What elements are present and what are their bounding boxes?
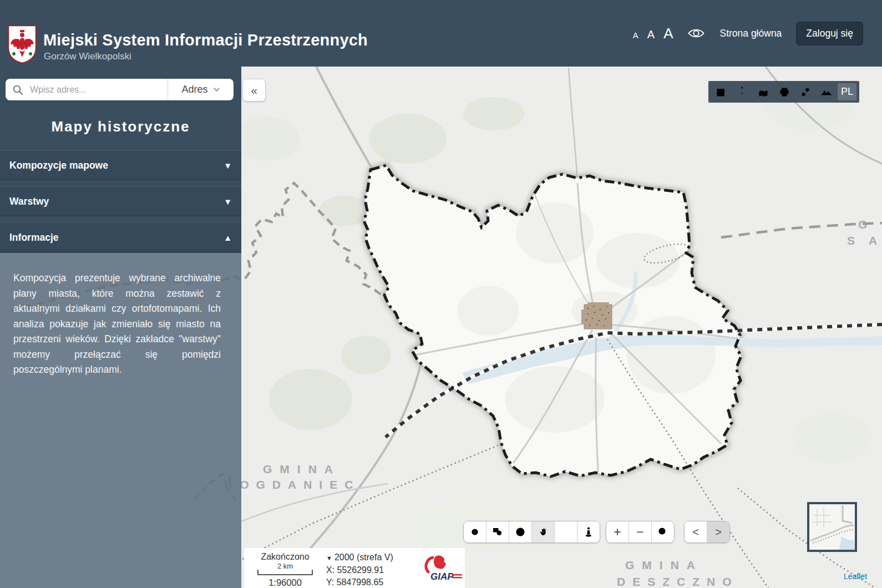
edit-icon[interactable] bbox=[711, 83, 731, 101]
caret-down-icon: ▼ bbox=[326, 555, 332, 561]
scale-ratio: 1:96000 bbox=[268, 577, 302, 588]
address-search: Adres bbox=[6, 79, 234, 100]
font-size-small-button[interactable]: A bbox=[633, 31, 638, 40]
print-icon[interactable] bbox=[774, 83, 794, 101]
history-back-button[interactable]: < bbox=[685, 521, 707, 543]
gmina-south-label-1: GMINA bbox=[625, 559, 703, 571]
status-text: Zakończono bbox=[261, 552, 309, 562]
status-panel: Zakończono 2 km 1:96000 ▼2000 (strefa V)… bbox=[244, 548, 465, 588]
locate-button[interactable] bbox=[464, 521, 486, 543]
svg-text:GIAP: GIAP bbox=[430, 571, 454, 582]
street-view-pegman-button[interactable] bbox=[577, 521, 600, 543]
accordion-informacje[interactable]: Informacje ▲ bbox=[0, 222, 241, 252]
coordinate-x: X: 5526299.91 bbox=[326, 564, 419, 576]
home-link[interactable]: Strona główna bbox=[719, 28, 782, 39]
font-size-large-button[interactable]: A bbox=[663, 25, 673, 42]
map-toolbar: PL bbox=[708, 81, 859, 103]
font-size-medium-button[interactable]: A bbox=[647, 28, 655, 41]
caret-down-icon: ▼ bbox=[224, 161, 232, 170]
gmina-east-label-1: G bbox=[858, 218, 867, 231]
fullscreen-button[interactable] bbox=[555, 521, 577, 543]
sidebar-collapse-button[interactable]: « bbox=[242, 79, 266, 102]
share-link-icon[interactable] bbox=[795, 83, 815, 101]
gmina-west-label-1: GMINA bbox=[263, 463, 341, 475]
header: Miejski System Informacji Przestrzennych… bbox=[0, 0, 882, 67]
minimap[interactable] bbox=[807, 502, 857, 552]
chevron-down-icon bbox=[213, 87, 220, 92]
search-icon bbox=[12, 84, 23, 95]
city-crest-logo bbox=[7, 24, 38, 64]
scale-bar-label: 2 km bbox=[258, 562, 312, 570]
info-description-text: Kompozycja prezentuje wybrane archiwalne… bbox=[13, 271, 221, 378]
accordion-warstwy[interactable]: Warstwy ▼ bbox=[0, 186, 241, 216]
download-map-icon[interactable] bbox=[753, 83, 773, 101]
zoom-group: + − bbox=[606, 521, 675, 543]
login-button[interactable]: Zaloguj się bbox=[796, 22, 863, 45]
caret-down-icon: ▼ bbox=[224, 197, 232, 206]
coordinate-y: Y: 5847998.65 bbox=[326, 576, 419, 588]
zoom-search-button[interactable] bbox=[652, 521, 674, 543]
terrain-profile-icon[interactable] bbox=[817, 83, 837, 101]
search-category-dropdown[interactable]: Adres bbox=[168, 84, 234, 95]
font-size-controls: A A A bbox=[633, 25, 673, 42]
globe-extent-button[interactable] bbox=[509, 521, 532, 543]
panel-title: Mapy historyczne bbox=[0, 118, 241, 135]
gmina-south-label-2: DESZCZNO bbox=[617, 575, 739, 588]
language-selector[interactable]: PL bbox=[838, 83, 856, 100]
zoom-in-button[interactable]: + bbox=[606, 521, 629, 543]
caret-up-icon: ▲ bbox=[224, 233, 232, 242]
zoom-to-area-button[interactable] bbox=[486, 521, 509, 543]
leaflet-attribution[interactable]: Leaflet bbox=[844, 572, 867, 581]
giap-logo: GIAP bbox=[419, 548, 465, 588]
map-tool-group bbox=[463, 521, 600, 543]
zoom-out-button[interactable]: − bbox=[629, 521, 652, 543]
gmina-west-label-2: BOGDANIEC bbox=[224, 478, 360, 491]
measure-icon[interactable] bbox=[732, 83, 752, 101]
contrast-eye-icon[interactable] bbox=[687, 27, 705, 39]
app-subtitle: Gorzów Wielkopolski bbox=[44, 51, 131, 62]
search-input[interactable] bbox=[29, 84, 168, 95]
app-title: Miejski System Informacji Przestrzennych bbox=[43, 31, 368, 49]
sidebar: Adres Mapy historyczne Kompozycje mapowe… bbox=[0, 67, 241, 588]
history-group: < > bbox=[684, 521, 730, 543]
crs-dropdown[interactable]: ▼2000 (strefa V) bbox=[326, 551, 419, 564]
historic-map-overlay[interactable] bbox=[581, 302, 612, 329]
pan-hand-button[interactable] bbox=[532, 521, 555, 543]
gmina-east-label-2: S A bbox=[847, 234, 882, 247]
accordion-kompozycje-mapowe[interactable]: Kompozycje mapowe ▼ bbox=[0, 150, 241, 180]
scale-bar: 2 km bbox=[257, 570, 313, 575]
application-window: GMINA BOGDANIEC GMINA DESZCZNO G S A bbox=[0, 0, 882, 588]
history-forward-button[interactable]: > bbox=[707, 521, 729, 543]
